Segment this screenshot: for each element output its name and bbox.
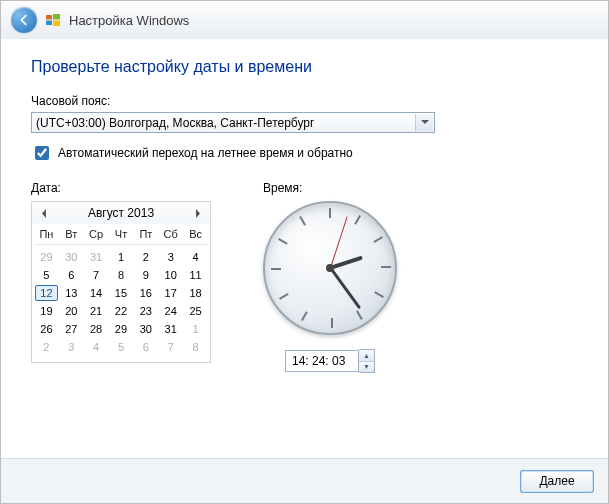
calendar-dow: Вт [59,226,84,245]
calendar-day[interactable]: 20 [60,303,83,319]
calendar-day[interactable]: 2 [134,249,157,265]
calendar-day[interactable]: 16 [134,285,157,301]
chevron-right-icon [195,209,201,218]
calendar-dow: Чт [109,226,134,245]
page-heading: Проверьте настройку даты и времени [31,58,578,76]
chevron-left-icon [41,209,47,218]
calendar-day[interactable]: 15 [110,285,133,301]
calendar-day[interactable]: 31 [159,321,182,337]
calendar-dow: Сб [158,226,183,245]
calendar-day[interactable]: 22 [110,303,133,319]
calendar-day[interactable]: 28 [85,321,108,337]
content-area: Проверьте настройку даты и времени Часов… [1,40,608,458]
timezone-label: Часовой пояс: [31,94,578,108]
timezone-select[interactable]: (UTC+03:00) Волгоград, Москва, Санкт-Пет… [31,112,435,133]
clock-minute-hand [329,267,361,309]
date-label: Дата: [31,181,211,195]
clock-hour-hand [329,256,363,270]
next-button[interactable]: Далее [520,470,594,493]
calendar-day[interactable]: 2 [35,339,58,355]
analog-clock [263,201,397,335]
calendar-day[interactable]: 24 [159,303,182,319]
time-spin-up-button[interactable]: ▲ [359,350,374,362]
calendar-day[interactable]: 14 [85,285,108,301]
calendar-day[interactable]: 30 [134,321,157,337]
calendar-day[interactable]: 6 [134,339,157,355]
calendar-prev-button[interactable] [38,207,50,219]
svg-rect-1 [53,14,60,20]
calendar-day[interactable]: 1 [184,321,207,337]
calendar-day[interactable]: 8 [110,267,133,283]
setup-window: Настройка Windows Проверьте настройку да… [0,0,609,504]
svg-rect-2 [46,21,52,26]
clock-tick [356,310,363,320]
time-label: Время: [263,181,397,195]
clock-tick [354,215,361,225]
calendar-day[interactable]: 3 [159,249,182,265]
clock-tick [381,266,391,268]
calendar-day[interactable]: 8 [184,339,207,355]
time-spin-down-button[interactable]: ▼ [359,362,374,373]
chevron-down-icon [415,114,433,131]
calendar-dow: Вс [183,226,208,245]
back-button[interactable] [11,7,37,33]
calendar-day[interactable]: 17 [159,285,182,301]
clock-tick [373,236,383,243]
clock-tick [299,216,306,226]
clock-tick [271,268,281,270]
calendar-day[interactable]: 29 [35,249,58,265]
time-input[interactable] [285,350,359,372]
calendar-day[interactable]: 5 [110,339,133,355]
clock-tick [278,238,288,245]
calendar-day[interactable]: 11 [184,267,207,283]
calendar-day[interactable]: 18 [184,285,207,301]
clock-tick [301,311,308,321]
calendar-day[interactable]: 7 [159,339,182,355]
dst-label: Автоматический переход на летнее время и… [58,146,353,160]
calendar-day[interactable]: 4 [184,249,207,265]
calendar-day[interactable]: 10 [159,267,182,283]
calendar-day[interactable]: 21 [85,303,108,319]
app-icon [45,12,61,28]
dst-checkbox[interactable] [35,146,49,160]
clock-tick [374,291,384,298]
calendar-dow: Пт [133,226,158,245]
calendar-day[interactable]: 6 [60,267,83,283]
calendar-day[interactable]: 12 [35,285,58,301]
calendar: Август 2013 ПнВтСрЧтПтСбВс29303112345678… [31,201,211,363]
clock-tick [329,208,331,218]
calendar-day[interactable]: 3 [60,339,83,355]
titlebar: Настройка Windows [1,1,608,40]
calendar-header: Август 2013 [32,202,210,224]
window-title: Настройка Windows [69,13,189,28]
calendar-day[interactable]: 4 [85,339,108,355]
timezone-selected-value: (UTC+03:00) Волгоград, Москва, Санкт-Пет… [36,116,314,130]
clock-tick [279,293,289,300]
calendar-day[interactable]: 30 [60,249,83,265]
calendar-dow: Ср [84,226,109,245]
calendar-next-button[interactable] [192,207,204,219]
calendar-day[interactable]: 25 [184,303,207,319]
calendar-day[interactable]: 1 [110,249,133,265]
calendar-day[interactable]: 9 [134,267,157,283]
date-column: Дата: Август 2013 ПнВтСрЧтПтСбВс29303112… [31,181,211,373]
time-spinner: ▲ ▼ [359,349,375,373]
calendar-day[interactable]: 23 [134,303,157,319]
svg-rect-0 [46,15,52,20]
calendar-month-title[interactable]: Август 2013 [88,206,154,220]
calendar-day[interactable]: 7 [85,267,108,283]
calendar-day[interactable]: 13 [60,285,83,301]
calendar-day[interactable]: 27 [60,321,83,337]
svg-rect-3 [53,21,60,27]
calendar-day[interactable]: 26 [35,321,58,337]
footer: Далее [1,458,608,503]
calendar-grid: ПнВтСрЧтПтСбВс29303112345678910111213141… [32,224,210,362]
calendar-day[interactable]: 19 [35,303,58,319]
clock-tick [331,318,333,328]
clock-center-dot [326,264,334,272]
calendar-day[interactable]: 5 [35,267,58,283]
calendar-dow: Пн [34,226,59,245]
calendar-day[interactable]: 29 [110,321,133,337]
time-column: Время: ▲ ▼ [263,181,397,373]
calendar-day[interactable]: 31 [85,249,108,265]
